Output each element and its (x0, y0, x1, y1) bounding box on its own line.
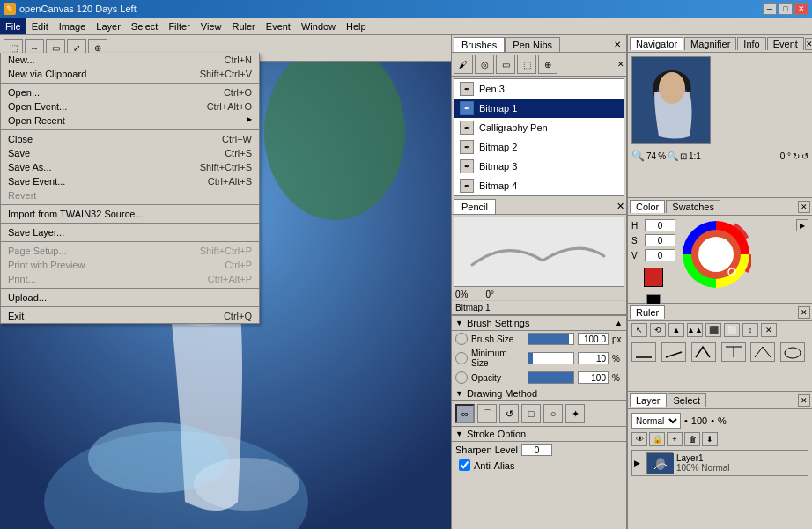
tab-ruler[interactable]: Ruler (630, 305, 665, 319)
layer-lock-btn[interactable]: 🔒 (649, 432, 665, 446)
menu-filter[interactable]: Filter (163, 18, 195, 34)
color-panel-close[interactable]: ✕ (798, 201, 810, 213)
menu-help[interactable]: Help (341, 18, 372, 34)
menu-save-as[interactable]: Save As...Shift+Ctrl+S (1, 160, 259, 174)
menu-select[interactable]: Select (126, 18, 164, 34)
tab-swatches[interactable]: Swatches (666, 200, 720, 213)
menu-open-recent[interactable]: Open Recent (1, 114, 259, 128)
menu-layer[interactable]: Layer (91, 18, 126, 34)
hue-input[interactable] (645, 219, 675, 231)
brush-size-input[interactable] (578, 333, 609, 345)
pencil-close-btn[interactable]: ✕ (616, 201, 624, 212)
ruler-panel-close[interactable]: ✕ (798, 306, 810, 319)
menu-open[interactable]: Open...Ctrl+O (1, 85, 259, 99)
menu-event[interactable]: Event (261, 18, 296, 34)
menu-new[interactable]: New...Ctrl+N (1, 53, 259, 67)
zoom-rotate-right[interactable]: ↻ (793, 151, 800, 161)
menu-view[interactable]: View (196, 18, 227, 34)
ruler-btn-7[interactable]: ↕ (742, 323, 758, 337)
opacity-slider[interactable] (528, 371, 574, 384)
dm-curve[interactable]: ⌒ (477, 404, 497, 423)
tab-layer[interactable]: Layer (630, 393, 667, 407)
ruler-btn-2[interactable]: ⟲ (650, 323, 666, 337)
brush-item-pen3[interactable]: ✒ Pen 3 (454, 79, 624, 99)
brush-tool-5[interactable]: ⊕ (538, 55, 557, 74)
primary-color-swatch[interactable] (644, 268, 663, 287)
ruler-pattern-6[interactable] (780, 342, 805, 362)
menu-edit[interactable]: Edit (26, 18, 54, 34)
dm-oval[interactable]: ○ (543, 404, 563, 423)
brush-settings-scroll-up[interactable]: ▲ (615, 319, 623, 327)
brush-item-bitmap4[interactable]: ✒ Bitmap 4 (454, 176, 624, 195)
tab-info[interactable]: Info (737, 37, 765, 50)
ruler-btn-6[interactable]: ⬜ (724, 323, 740, 337)
layer-new-btn[interactable]: + (667, 432, 683, 446)
dm-freehand[interactable]: ∞ (455, 404, 475, 423)
brush-tool-1[interactable]: 🖌 (454, 55, 473, 74)
minimum-size-slider[interactable] (528, 352, 574, 364)
menu-import-twain[interactable]: Import from TWAIN32 Source... (1, 207, 259, 221)
menu-exit[interactable]: ExitCtrl+Q (1, 309, 259, 323)
zoom-fit-icon[interactable]: ⊡ (680, 151, 687, 161)
minimize-button[interactable]: ─ (763, 3, 777, 15)
zoom-100-icon[interactable]: 1:1 (689, 151, 701, 161)
brush-panel-close[interactable]: ✕ (610, 39, 624, 50)
layer-visibility-btn[interactable]: 👁 (631, 432, 647, 446)
close-button[interactable]: ✕ (794, 3, 808, 15)
layer-expand-btn[interactable]: ▶ (634, 459, 643, 467)
brush-settings-expand[interactable]: ▼ (455, 319, 463, 327)
navigator-close[interactable]: ✕ (805, 38, 812, 50)
minimum-size-input[interactable] (578, 352, 609, 364)
zoom-out-icon[interactable]: 🔍 (668, 151, 678, 161)
ruler-pattern-2[interactable] (661, 342, 686, 362)
tab-brushes[interactable]: Brushes (454, 37, 505, 52)
ruler-btn-3[interactable]: ▲ (668, 323, 684, 337)
brush-item-bitmap2[interactable]: ✒ Bitmap 2 (454, 137, 624, 157)
ruler-btn-1[interactable]: ↖ (631, 323, 647, 337)
drawing-method-expand[interactable]: ▼ (455, 389, 463, 398)
ruler-btn-4[interactable]: ▲▲ (687, 323, 703, 337)
sharpen-input[interactable] (521, 444, 552, 456)
maximize-button[interactable]: □ (779, 3, 793, 15)
zoom-rotate-left[interactable]: ↺ (801, 151, 808, 161)
menu-save-event[interactable]: Save Event...Ctrl+Alt+S (1, 174, 259, 188)
brush-tool-4[interactable]: ⬚ (517, 55, 536, 74)
opacity-input[interactable] (578, 371, 609, 384)
saturation-input[interactable] (645, 234, 675, 246)
brush-item-bitmap3[interactable]: ✒ Bitmap 3 (454, 157, 624, 176)
menu-open-event[interactable]: Open Event...Ctrl+Alt+O (1, 99, 259, 114)
menu-close[interactable]: CloseCtrl+W (1, 132, 259, 146)
brush-tool-2[interactable]: ◎ (475, 55, 494, 74)
dm-circle[interactable]: ↺ (499, 404, 519, 423)
tab-select-layer[interactable]: Select (668, 393, 707, 407)
brush-item-bitmap1[interactable]: ✒ Bitmap 1 (454, 99, 624, 118)
tab-pen-nibs[interactable]: Pen Nibs (505, 37, 560, 52)
antialias-checkbox[interactable] (459, 459, 470, 471)
brush-panel-options[interactable]: ✕ (617, 60, 624, 69)
tab-color[interactable]: Color (630, 200, 665, 213)
menu-window[interactable]: Window (296, 18, 341, 34)
ruler-btn-5[interactable]: ⬛ (705, 323, 721, 337)
color-options-btn[interactable]: ▶ (796, 219, 808, 231)
tab-event[interactable]: Event (767, 37, 804, 50)
stroke-option-expand[interactable]: ▼ (455, 430, 463, 438)
menu-upload[interactable]: Upload... (1, 290, 259, 305)
menu-save[interactable]: SaveCtrl+S (1, 146, 259, 160)
color-wheel[interactable] (681, 219, 751, 290)
brush-item-caligraphy[interactable]: ✒ Calligraphy Pen (454, 118, 624, 137)
menu-new-via-clipboard[interactable]: New via ClipboardShift+Ctrl+V (1, 67, 259, 81)
brush-tool-3[interactable]: ▭ (496, 55, 515, 74)
menu-save-layer[interactable]: Save Layer... (1, 225, 259, 239)
blend-mode-select[interactable]: Normal Multiply Screen (631, 413, 681, 429)
tab-magnifier[interactable]: Magnifier (684, 37, 736, 50)
layer-delete-btn[interactable]: 🗑 (684, 432, 700, 446)
ruler-pattern-5[interactable] (750, 342, 775, 362)
brush-size-slider[interactable] (528, 333, 574, 345)
ruler-pattern-4[interactable] (721, 342, 746, 362)
ruler-pattern-1[interactable] (631, 342, 656, 362)
ruler-btn-8[interactable]: ✕ (761, 323, 777, 337)
dm-rect[interactable]: □ (521, 404, 541, 423)
layer-panel-close[interactable]: ✕ (798, 394, 810, 407)
value-input[interactable] (645, 249, 675, 261)
ruler-pattern-3[interactable] (691, 342, 716, 362)
